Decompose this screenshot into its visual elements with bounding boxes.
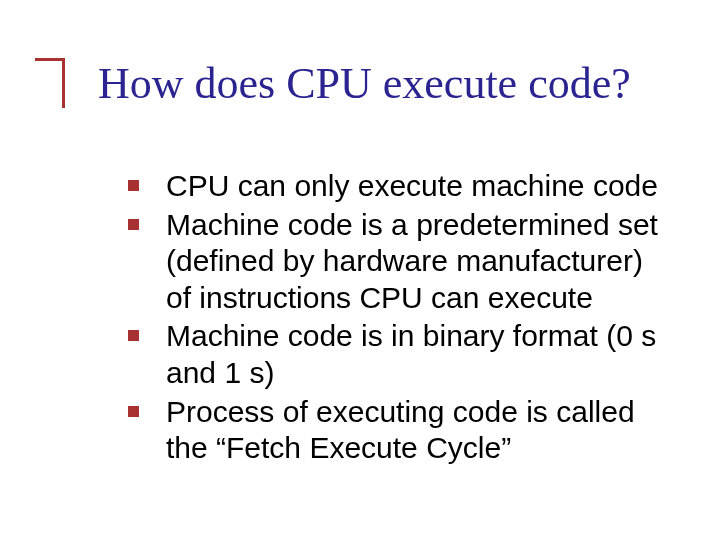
bullet-square-icon [128, 219, 139, 230]
bullet-text: Process of executing code is called the … [166, 395, 635, 465]
accent-vertical [62, 58, 65, 108]
bullet-text: Machine code is a predetermined set (def… [166, 208, 658, 314]
bullet-square-icon [128, 330, 139, 341]
list-item: CPU can only execute machine code [128, 168, 660, 205]
bullet-text: Machine code is in binary format (0 s an… [166, 319, 656, 389]
accent-horizontal [35, 58, 63, 61]
bullet-square-icon [128, 406, 139, 417]
bullet-square-icon [128, 180, 139, 191]
bullet-list: CPU can only execute machine code Machin… [128, 168, 660, 467]
list-item: Process of executing code is called the … [128, 394, 660, 467]
list-item: Machine code is a predetermined set (def… [128, 207, 660, 317]
bullet-text: CPU can only execute machine code [166, 169, 658, 202]
slide-title: How does CPU execute code? [98, 58, 631, 109]
slide-body: CPU can only execute machine code Machin… [128, 168, 660, 469]
slide: How does CPU execute code? CPU can only … [0, 0, 720, 540]
list-item: Machine code is in binary format (0 s an… [128, 318, 660, 391]
